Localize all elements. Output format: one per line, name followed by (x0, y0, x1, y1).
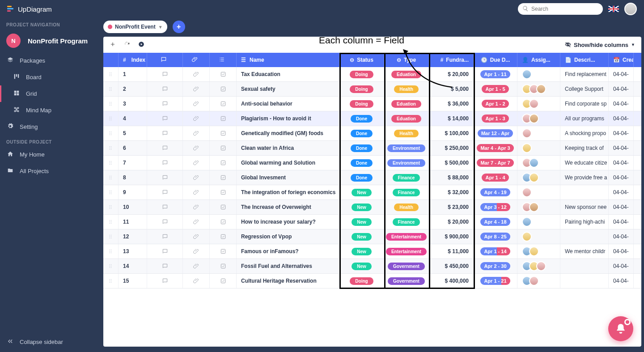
cell-checklist[interactable] (210, 274, 237, 288)
cell-checklist[interactable] (210, 97, 237, 111)
drag-handle-icon[interactable] (103, 244, 119, 259)
col-name[interactable]: ☰Name (237, 53, 339, 67)
cell-duedate[interactable]: Apr 4 - 18 (474, 215, 517, 229)
sidebar-item-allprojects[interactable]: All Projects (0, 163, 99, 179)
cell-name[interactable]: Famous or inFamous? (237, 244, 339, 259)
cell-assignees[interactable] (517, 274, 560, 288)
cell-name[interactable]: How to increase your salary? (237, 215, 339, 229)
cell-attachments[interactable] (183, 82, 210, 96)
cell-name[interactable]: Regression of Vpop (237, 229, 339, 244)
cell-checklist[interactable] (210, 67, 237, 81)
drag-handle-icon[interactable] (103, 259, 119, 273)
cell-checklist[interactable] (210, 82, 237, 96)
cell-assignees[interactable] (517, 67, 560, 81)
cell-assignees[interactable] (517, 97, 560, 111)
cell-comments[interactable] (147, 170, 183, 185)
cell-checklist[interactable] (210, 156, 237, 170)
cell-comments[interactable] (147, 111, 183, 126)
cell-type[interactable]: Health (384, 200, 429, 214)
cell-duedate[interactable]: Apr 1 - 11 (474, 67, 517, 81)
cell-checklist[interactable] (210, 111, 237, 126)
col-index[interactable]: #Index (119, 53, 147, 67)
cell-assignees[interactable] (517, 215, 560, 229)
assignee-avatar[interactable] (522, 143, 532, 153)
cell-checklist[interactable] (210, 215, 237, 229)
col-attachments[interactable] (183, 53, 210, 67)
cell-comments[interactable] (147, 200, 183, 214)
assignee-avatar[interactable] (529, 246, 539, 256)
cell-attachments[interactable] (183, 170, 210, 185)
search-input[interactable] (531, 6, 598, 12)
cell-attachments[interactable] (183, 259, 210, 273)
cell-name[interactable]: The Increase of Overweight (237, 200, 339, 214)
app-logo[interactable]: UpDiagram (7, 5, 52, 13)
cell-status[interactable]: New (339, 229, 384, 244)
cell-attachments[interactable] (183, 97, 210, 111)
assignee-avatar[interactable] (522, 232, 532, 242)
cell-name[interactable]: Genetically modified (GM) foods (237, 126, 339, 140)
cell-attachments[interactable] (183, 185, 210, 199)
show-hide-columns[interactable]: Show/hide columns ▼ (565, 42, 635, 48)
cell-status[interactable]: Doing (339, 274, 384, 288)
col-status[interactable]: ⊖Status (339, 53, 384, 67)
user-avatar[interactable] (624, 3, 637, 15)
cell-name[interactable]: Cultural Heritage Reservation (237, 274, 339, 288)
drag-handle-icon[interactable] (103, 126, 119, 140)
cell-duedate[interactable]: Apr 2 - 30 (474, 259, 517, 273)
cell-duedate[interactable]: Apr 1 - 3 (474, 111, 517, 126)
table-row[interactable]: 12Regression of VpopNewEntertainment$ 90… (103, 229, 641, 244)
cell-comments[interactable] (147, 82, 183, 96)
cell-type[interactable]: Health (384, 126, 429, 140)
cell-status[interactable]: New (339, 259, 384, 273)
drag-handle-icon[interactable] (103, 170, 119, 185)
cell-attachments[interactable] (183, 215, 210, 229)
sidebar-item-packages[interactable]: Packages (0, 52, 99, 69)
assignee-avatar[interactable] (522, 69, 532, 79)
assignee-avatar[interactable] (522, 217, 532, 227)
col-description[interactable]: 📄Descri... (560, 53, 609, 67)
cell-assignees[interactable] (517, 82, 560, 96)
col-created[interactable]: 📅Crea... (609, 53, 634, 67)
sidebar-item-mindmap[interactable]: Mind Map (0, 102, 99, 119)
cell-checklist[interactable] (210, 259, 237, 273)
cell-duedate[interactable]: Apr 8 - 25 (474, 229, 517, 244)
language-flag-icon[interactable] (608, 6, 619, 12)
table-row[interactable]: 3Anti-social behaviorDoingEduation$ 36,0… (103, 97, 641, 111)
cell-status[interactable]: New (339, 244, 384, 259)
assignee-avatar[interactable] (522, 128, 532, 138)
cell-type[interactable]: Finance (384, 215, 429, 229)
event-selector[interactable]: NonProfit Event ▼ (103, 21, 167, 33)
cell-name[interactable]: The integration of foriegn economics (237, 185, 339, 199)
table-row[interactable]: 14Fossil Fuel and AlternativesNewGovernm… (103, 259, 641, 274)
cell-type[interactable]: Eduation (384, 97, 429, 111)
cell-type[interactable]: Environment (384, 156, 429, 170)
sidebar-item-board[interactable]: Board (0, 69, 99, 85)
cell-status[interactable]: Done (339, 170, 384, 185)
col-comments[interactable] (147, 53, 183, 67)
assignee-avatar[interactable] (529, 114, 539, 123)
cell-checklist[interactable] (210, 126, 237, 140)
cell-assignees[interactable] (517, 126, 560, 140)
cell-assignees[interactable] (517, 259, 560, 273)
cell-checklist[interactable] (210, 170, 237, 185)
table-row[interactable]: 1Tax EduacationDoingEduation$ 20,000Apr … (103, 67, 641, 82)
cell-type[interactable]: Health (384, 82, 429, 96)
cell-status[interactable]: New (339, 185, 384, 199)
cell-type[interactable]: Entertainment (384, 229, 429, 244)
cell-name[interactable]: Fossil Fuel and Alternatives (237, 259, 339, 273)
cell-status[interactable]: Done (339, 156, 384, 170)
cell-comments[interactable] (147, 274, 183, 288)
assignee-avatar[interactable] (529, 99, 539, 109)
sidebar-item-grid[interactable]: Grid (0, 85, 99, 102)
cell-name[interactable]: Sexual safety (237, 82, 339, 96)
sidebar-item-myhome[interactable]: My Home (0, 146, 99, 163)
table-row[interactable]: 6Clean water in AfricaDoneEnvironment$ 2… (103, 141, 641, 156)
drag-handle-icon[interactable] (103, 82, 119, 96)
play-button[interactable] (138, 41, 145, 48)
table-row[interactable]: 5Genetically modified (GM) foodsDoneHeal… (103, 126, 641, 141)
table-row[interactable]: 13Famous or inFamous?NewEntertainment$ 1… (103, 244, 641, 259)
cell-comments[interactable] (147, 67, 183, 81)
table-row[interactable]: 8Global InvesmentDoneFinance$ 88,000Apr … (103, 170, 641, 185)
drag-handle-icon[interactable] (103, 229, 119, 244)
cell-attachments[interactable] (183, 126, 210, 140)
